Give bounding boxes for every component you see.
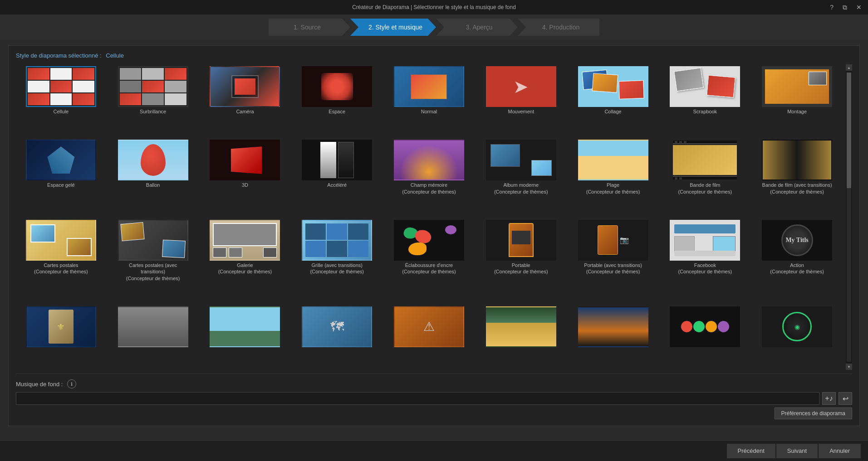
wizard-step-apercu[interactable]: 3. Aperçu [436,19,518,36]
style-item-facebook[interactable]: Facebook(Concepteur de thèmes) [660,218,750,303]
style-item-cartes-postales[interactable]: Cartes postales(Concepteur de thèmes) [16,218,106,303]
wizard-steps: 1. Source 2. Style et musique 3. Aperçu … [0,15,868,40]
style-item-eclaboussure[interactable]: Éclaboussure d'encre(Concepteur de thème… [384,218,474,303]
info-icon[interactable]: ℹ [67,379,76,388]
prefs-row: Préférences de diaporama [16,408,852,419]
style-item-galerie[interactable]: Galerie(Concepteur de thèmes) [200,218,290,303]
style-item-montage[interactable]: Montage [752,64,842,136]
window-title: Créateur de Diaporama | Sélectionner le … [352,4,516,10]
style-item-espace-gele[interactable]: Espace gelé [16,138,106,216]
restore-button[interactable]: ⧉ [840,3,850,12]
selected-style-label: Style de diaporama sélectionné : Cellule [16,52,852,59]
scroll-down-arrow[interactable]: ▼ [846,364,852,370]
style-item-bande-film-trans[interactable]: Bande de film (avec transitions)(Concept… [752,138,842,216]
style-item-portable-trans[interactable]: 📷 Portable (avec transitions)(Concepteur… [568,218,658,303]
music-input[interactable] [16,392,819,405]
close-button[interactable]: ✕ [853,3,864,12]
help-button[interactable]: ? [827,3,836,12]
style-item-mouvement[interactable]: ➤ Mouvement [476,64,566,136]
style-item-normal[interactable]: Normal [384,64,474,136]
bottom-area: Musique de fond : ℹ +♪ ↩ Préférences de … [16,374,852,419]
style-item-portable[interactable]: Portable(Concepteur de thèmes) [476,218,566,303]
style-item-row4-2[interactable] [108,305,198,370]
style-item-ballon[interactable]: Ballon [108,138,198,216]
style-grid: Cellule Surbr [16,64,846,370]
style-item-cellule[interactable]: Cellule [16,64,106,136]
prev-button[interactable]: Précédent [727,444,775,458]
cancel-button[interactable]: Annuler [819,444,861,458]
style-grid-container: Cellule Surbr [16,64,852,370]
wizard-step-source[interactable]: 1. Source [269,19,350,36]
vertical-scrollbar[interactable]: ▲ ▼ [846,64,852,370]
style-item-action[interactable]: My Titls Action(Concepteur de thèmes) [752,218,842,303]
style-item-row4-7[interactable] [568,305,658,370]
style-item-row4-6[interactable] [476,305,566,370]
window-controls: ? ⧉ ✕ [827,3,864,12]
style-item-row4-9[interactable]: ◉ [752,305,842,370]
wizard-step-production[interactable]: 4. Production [518,19,599,36]
style-item-accelere[interactable]: Accéléré [292,138,382,216]
scroll-up-arrow[interactable]: ▲ [846,64,852,71]
style-item-camera[interactable]: Caméra [200,64,290,136]
title-bar: Créateur de Diaporama | Sélectionner le … [0,0,868,15]
style-item-grille-trans[interactable]: Grille (avec transitions)(Concepteur de … [292,218,382,303]
style-item-3d[interactable]: 3D [200,138,290,216]
remove-music-button[interactable]: ↩ [839,392,852,405]
style-item-row4-4[interactable]: 🗺 [292,305,382,370]
style-item-bande-film[interactable]: Bande de film(Concepteur de thèmes) [660,138,750,216]
style-item-row4-5[interactable]: ⚠ [384,305,474,370]
style-item-espace[interactable]: Espace [292,64,382,136]
music-row: Musique de fond : ℹ [16,379,852,388]
scrollbar-thumb[interactable] [847,73,851,188]
prefs-button[interactable]: Préférences de diaporama [775,408,852,419]
style-item-collage[interactable]: Collage [568,64,658,136]
next-button[interactable]: Suivant [776,444,818,458]
style-item-champ-memoire[interactable]: Champ mémoire(Concepteur de thèmes) [384,138,474,216]
style-item-scrapbook[interactable]: Scrapbook [660,64,750,136]
style-item-cartes-trans[interactable]: Cartes postales (avec transitions)(Conce… [108,218,198,303]
style-item-row4-1[interactable]: ⚜ [16,305,106,370]
main-content: Style de diaporama sélectionné : Cellule [8,45,860,426]
footer: Précédent Suivant Annuler [0,440,868,461]
style-item-plage[interactable]: Plage(Concepteur de thèmes) [568,138,658,216]
add-music-button[interactable]: +♪ [822,392,836,405]
scrollbar-track[interactable] [847,73,851,362]
style-item-surbrillance[interactable]: Surbrillance [108,64,198,136]
style-item-album-moderne[interactable]: Album moderne(Concepteur de thèmes) [476,138,566,216]
wizard-step-style[interactable]: 2. Style et musique [350,19,436,36]
style-item-row4-8[interactable] [660,305,750,370]
style-item-row4-3[interactable] [200,305,290,370]
music-input-row: +♪ ↩ [16,392,852,405]
music-label: Musique de fond : [16,381,63,388]
